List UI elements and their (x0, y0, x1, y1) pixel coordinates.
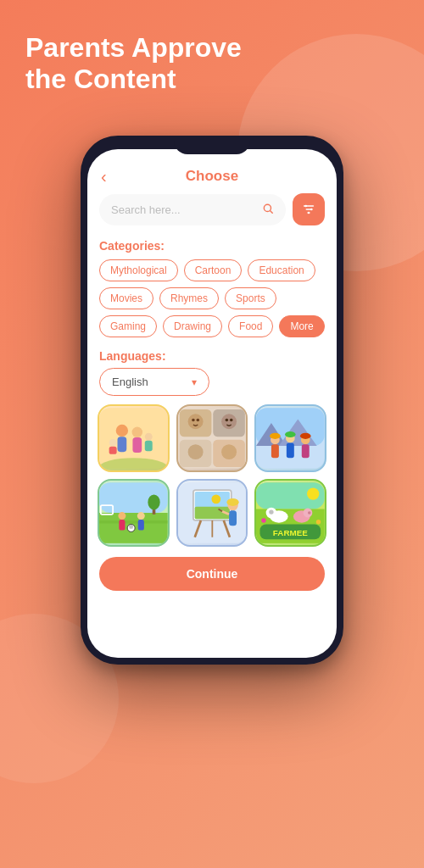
svg-point-16 (109, 439, 117, 447)
header-section: Parents Approve the Content (25, 32, 242, 95)
svg-line-1 (271, 210, 273, 213)
svg-point-50 (148, 494, 159, 509)
languages-row: Languages: English ▾ (87, 342, 337, 404)
tag-drawing[interactable]: Drawing (163, 315, 222, 337)
continue-button[interactable]: Continue (99, 557, 325, 591)
chevron-down-icon: ▾ (192, 376, 197, 388)
phone-notch (174, 136, 250, 154)
phone-screen: ‹ Choose Search here... (87, 149, 337, 658)
svg-point-27 (192, 419, 195, 422)
svg-point-80 (308, 511, 311, 515)
content-card-family[interactable] (98, 404, 170, 472)
svg-point-28 (196, 419, 199, 422)
svg-point-53 (137, 512, 145, 520)
svg-point-12 (132, 427, 143, 438)
svg-point-7 (308, 212, 310, 214)
tag-rhymes[interactable]: Rhymes (159, 287, 219, 309)
phone: ‹ Choose Search here... (81, 136, 343, 665)
svg-point-60 (211, 494, 220, 504)
header-line2: the Content (25, 64, 176, 94)
search-icon (262, 203, 274, 217)
svg-point-37 (270, 433, 281, 439)
svg-point-43 (300, 433, 311, 439)
tag-sports[interactable]: Sports (225, 287, 276, 309)
search-row: Search here... (87, 193, 337, 234)
content-card-paint[interactable] (176, 479, 248, 547)
tag-movies[interactable]: Movies (99, 287, 153, 309)
categories-label: Categories: (87, 234, 337, 259)
tag-more[interactable]: More (279, 315, 324, 337)
svg-point-10 (116, 425, 128, 437)
svg-rect-65 (229, 510, 237, 526)
languages-label: Languages: (99, 349, 325, 368)
svg-point-22 (221, 414, 237, 429)
phone-wrapper: ‹ Choose Search here... (81, 136, 343, 665)
svg-point-6 (310, 209, 313, 211)
bottom-button-wrap: Continue (87, 554, 337, 594)
svg-rect-13 (132, 437, 142, 453)
svg-rect-42 (302, 444, 310, 458)
svg-point-20 (187, 414, 203, 429)
svg-point-40 (285, 431, 296, 437)
content-card-soccer[interactable] (98, 479, 170, 547)
screen-title: Choose (186, 168, 238, 185)
tag-mythological[interactable]: Mythological (99, 259, 178, 281)
content-card-farm[interactable]: FARMEE (254, 479, 326, 547)
svg-point-68 (226, 498, 238, 506)
search-box[interactable]: Search here... (99, 194, 286, 225)
svg-point-24 (187, 444, 203, 459)
svg-point-51 (118, 512, 126, 520)
svg-rect-52 (119, 520, 125, 531)
svg-point-29 (225, 419, 228, 422)
header-line1: Parents Approve (25, 32, 242, 63)
svg-point-14 (145, 433, 153, 441)
svg-rect-54 (138, 520, 144, 531)
tag-education[interactable]: Education (248, 259, 315, 281)
svg-point-82 (316, 520, 321, 524)
svg-text:FARMEE: FARMEE (273, 528, 308, 537)
content-card-warriors[interactable] (254, 404, 326, 472)
svg-point-5 (304, 205, 307, 208)
svg-point-81 (262, 518, 266, 522)
content-grid: FARMEE (87, 404, 337, 554)
screen-topbar: ‹ Choose (87, 149, 337, 193)
svg-rect-17 (109, 447, 117, 454)
tag-gaming[interactable]: Gaming (99, 315, 157, 337)
svg-rect-15 (145, 441, 153, 452)
svg-point-77 (270, 509, 274, 514)
tag-cartoon[interactable]: Cartoon (184, 259, 243, 281)
language-dropdown[interactable]: English ▾ (99, 368, 209, 396)
language-selected: English (112, 376, 148, 388)
svg-rect-47 (99, 520, 168, 524)
svg-point-26 (221, 444, 237, 459)
tags-container: Mythological Cartoon Education Movies Rh… (87, 259, 337, 342)
svg-point-30 (230, 419, 233, 422)
svg-point-72 (307, 487, 319, 499)
content-card-faces[interactable] (176, 404, 248, 472)
svg-rect-39 (287, 442, 294, 458)
tag-food[interactable]: Food (228, 315, 273, 337)
back-button[interactable]: ‹ (101, 167, 107, 186)
search-placeholder: Search here... (111, 203, 255, 216)
svg-rect-11 (118, 437, 127, 452)
filter-button[interactable] (293, 193, 325, 225)
svg-rect-36 (271, 444, 279, 458)
